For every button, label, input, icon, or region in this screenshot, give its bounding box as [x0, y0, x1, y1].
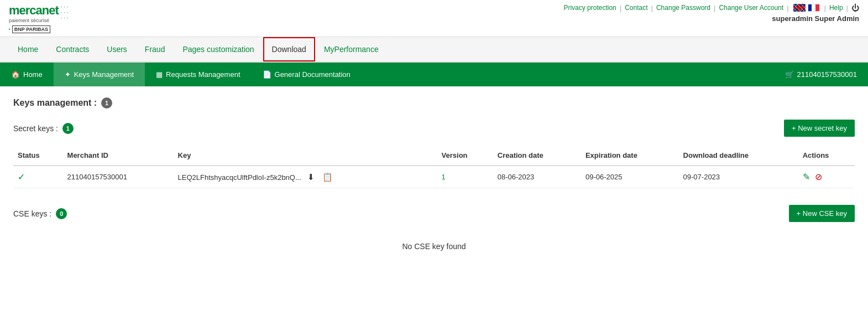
nav-contracts[interactable]: Contracts	[47, 37, 98, 61]
top-right: Privacy protection | Contact | Change Pa…	[563, 3, 859, 23]
table-row: ✓ 211040157530001 LEQ2LFhtshyacqcUlftPdl…	[13, 166, 855, 188]
subnav-keys-management[interactable]: ✦ Keys Management	[54, 63, 145, 86]
logo-area: mercanet paiement sécurisé ▪ BNP PARIBAS…	[9, 3, 69, 33]
secret-keys-title: Secret keys : 1	[13, 123, 74, 134]
sub-nav: 🏠 Home ✦ Keys Management ▦ Requests Mana…	[0, 63, 868, 86]
new-cse-key-button[interactable]: + New CSE key	[789, 205, 855, 222]
col-actions: Actions	[798, 146, 855, 166]
logo-sub: paiement sécurisé	[9, 18, 59, 23]
requests-icon: ▦	[156, 70, 163, 79]
col-status: Status	[13, 146, 63, 166]
nav-fraud[interactable]: Fraud	[136, 37, 174, 61]
subnav-home[interactable]: 🏠 Home	[0, 63, 54, 86]
flag-uk-icon[interactable]	[793, 4, 806, 12]
cse-keys-title: CSE keys : 0	[13, 208, 67, 219]
col-download-deadline: Download deadline	[679, 146, 798, 166]
power-icon[interactable]: ⏻	[851, 3, 859, 12]
disable-action-icon[interactable]: ⊘	[815, 172, 822, 182]
flag-fr-icon[interactable]	[808, 4, 820, 12]
main-content: Keys management : 1 Secret keys : 1 + Ne…	[0, 86, 868, 273]
copy-key-icon[interactable]: 📋	[322, 172, 333, 182]
nav-bar: Home Contracts Users Fraud Pages customi…	[0, 37, 868, 63]
row-creation-date: 08-06-2023	[493, 166, 581, 188]
row-status: ✓	[13, 166, 63, 188]
row-version: 1	[437, 166, 493, 188]
subnav-general-documentation[interactable]: 📄 General Documentation	[252, 63, 362, 86]
privacy-link[interactable]: Privacy protection	[563, 4, 616, 12]
home-icon: 🏠	[11, 70, 20, 79]
secret-keys-header: Secret keys : 1 + New secret key	[13, 120, 855, 137]
cart-icon: 🛒	[785, 70, 794, 79]
secret-keys-table-body: ✓ 211040157530001 LEQ2LFhtshyacqcUlftPdl…	[13, 166, 855, 188]
keys-management-label: Keys management :	[13, 98, 97, 108]
help-link[interactable]: Help	[829, 4, 843, 12]
cse-keys-header: CSE keys : 0 + New CSE key	[13, 205, 855, 222]
secret-keys-section: Secret keys : 1 + New secret key Status …	[13, 120, 855, 188]
subnav-keys-label: Keys Management	[74, 70, 134, 79]
nav-home[interactable]: Home	[9, 37, 47, 61]
row-key: LEQ2LFhtshyacqcUlftPdloI-z5k2bnQ... ⬇ 📋	[174, 166, 437, 188]
edit-action-icon[interactable]: ✎	[803, 172, 810, 182]
cse-keys-label: CSE keys :	[13, 209, 51, 218]
download-key-icon[interactable]: ⬇	[307, 172, 315, 182]
version-value: 1	[442, 173, 446, 181]
nav-myperformance[interactable]: MyPerformance	[315, 37, 388, 61]
subnav-home-label: Home	[23, 70, 43, 79]
top-bar: mercanet paiement sécurisé ▪ BNP PARIBAS…	[0, 0, 868, 37]
subnav-requests-management[interactable]: ▦ Requests Management	[145, 63, 251, 86]
subnav-merchant-id-value: 211040157530001	[797, 70, 857, 79]
change-password-link[interactable]: Change Password	[656, 4, 710, 12]
keys-management-title: Keys management : 1	[13, 97, 855, 109]
no-cse-message: No CSE key found	[13, 231, 855, 262]
col-creation-date: Creation date	[493, 146, 581, 166]
secret-keys-table: Status Merchant ID Key Version Creation …	[13, 146, 855, 188]
logo-dots: · · ·· · ·· · ·	[61, 4, 69, 21]
contact-link[interactable]: Contact	[625, 4, 647, 12]
col-version: Version	[437, 146, 493, 166]
subnav-documentation-label: General Documentation	[275, 70, 351, 79]
cse-keys-section: CSE keys : 0 + New CSE key No CSE key fo…	[13, 205, 855, 262]
secret-keys-table-head: Status Merchant ID Key Version Creation …	[13, 146, 855, 166]
keys-icon: ✦	[65, 70, 71, 79]
top-links: Privacy protection | Contact | Change Pa…	[563, 3, 859, 12]
row-actions: ✎ ⊘	[798, 166, 855, 188]
username-label: superadmin Super Admin	[563, 14, 859, 23]
cse-keys-count-badge: 0	[56, 208, 67, 219]
change-user-account-link[interactable]: Change User Account	[719, 4, 783, 12]
status-check-icon: ✓	[18, 172, 25, 182]
col-key: Key	[174, 146, 437, 166]
logo-brand: mercanet	[9, 3, 59, 17]
keys-management-badge: 1	[101, 97, 112, 109]
key-value: LEQ2LFhtshyacqcUlftPdloI-z5k2bnQ...	[178, 173, 301, 182]
secret-keys-table-header-row: Status Merchant ID Key Version Creation …	[13, 146, 855, 166]
bnp-logo-icon: ▪	[9, 27, 11, 32]
nav-download[interactable]: Download	[263, 37, 315, 61]
nav-users[interactable]: Users	[98, 37, 136, 61]
subnav-requests-label: Requests Management	[166, 70, 240, 79]
nav-pages-customization[interactable]: Pages customization	[174, 37, 263, 61]
col-merchant-id: Merchant ID	[63, 146, 174, 166]
row-expiration-date: 09-06-2025	[581, 166, 679, 188]
subnav-merchant-id: 🛒 211040157530001	[774, 63, 868, 86]
secret-keys-label: Secret keys :	[13, 124, 58, 133]
row-download-deadline: 09-07-2023	[679, 166, 798, 188]
documentation-icon: 📄	[263, 70, 271, 79]
col-expiration-date: Expiration date	[581, 146, 679, 166]
secret-keys-count-badge: 1	[62, 123, 74, 134]
new-secret-key-button[interactable]: + New secret key	[784, 120, 855, 137]
row-merchant-id: 211040157530001	[63, 166, 174, 188]
bnp-label: BNP PARIBAS	[12, 25, 50, 33]
